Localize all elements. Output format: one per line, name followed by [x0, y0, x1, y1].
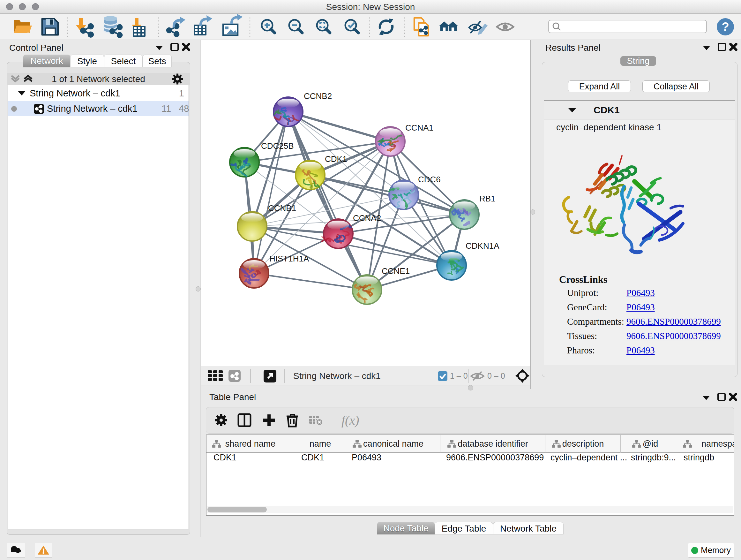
svg-text:String Network – cdk1: String Network – cdk1: [293, 371, 381, 381]
svg-text:0 – 0: 0 – 0: [487, 371, 505, 380]
svg-text:f(x): f(x): [341, 413, 359, 428]
svg-text:1 – 0: 1 – 0: [450, 371, 468, 380]
svg-text:CCNE1: CCNE1: [382, 266, 410, 276]
svg-text:RB1: RB1: [479, 194, 495, 203]
svg-text:CCNB2: CCNB2: [304, 91, 332, 101]
svg-text:CCNB1: CCNB1: [268, 203, 296, 213]
svg-text:CCNA2: CCNA2: [353, 213, 381, 223]
svg-text:CDC25B: CDC25B: [261, 141, 294, 151]
svg-text:?: ?: [722, 20, 729, 34]
svg-text:CDC6: CDC6: [418, 175, 441, 184]
svg-text:HIST1H1A: HIST1H1A: [269, 254, 309, 263]
svg-text:CCNA1: CCNA1: [405, 123, 433, 132]
svg-text:CDKN1A: CDKN1A: [466, 241, 499, 251]
svg-text:CDK1: CDK1: [325, 154, 347, 164]
